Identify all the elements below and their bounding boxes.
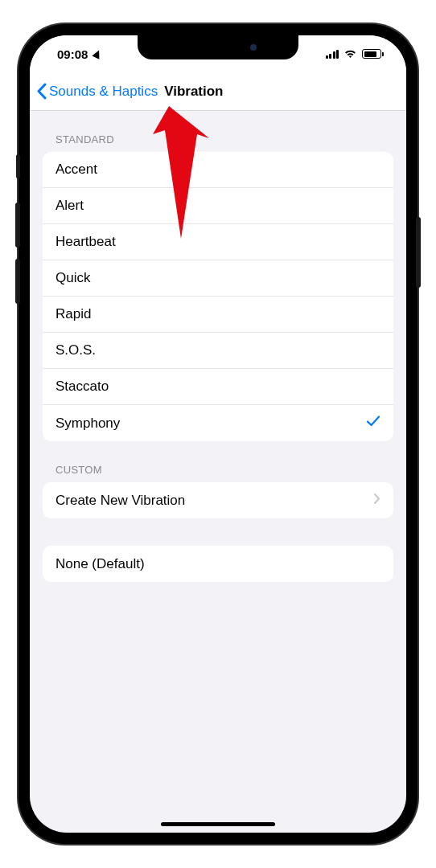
wifi-icon [343,49,357,59]
row-label: Create New Vibration [56,493,185,509]
row-label: Staccato [56,379,109,395]
back-label: Sounds & Haptics [49,84,158,100]
vibration-option-symphony[interactable]: Symphony [43,405,393,441]
create-new-vibration[interactable]: Create New Vibration [43,482,393,518]
vibration-option-quick[interactable]: Quick [43,260,393,297]
screen: 09:08 Sounds & Haptics V [30,35,406,833]
row-label: Symphony [56,416,120,432]
location-icon [93,48,103,59]
group-custom: Create New Vibration [43,482,393,518]
chevron-right-icon [373,493,380,509]
vibration-option-alert[interactable]: Alert [43,188,393,224]
row-label: S.O.S. [56,342,96,358]
nav-bar: Sounds & Haptics Vibration [30,72,406,111]
vibration-option-rapid[interactable]: Rapid [43,297,393,333]
back-button[interactable]: Sounds & Haptics [36,83,158,100]
vibration-option-heartbeat[interactable]: Heartbeat [43,224,393,260]
volume-up-button[interactable] [15,203,20,248]
vibration-option-none[interactable]: None (Default) [43,546,393,582]
row-label: Heartbeat [56,234,116,250]
section-header-standard: STANDARD [30,111,406,152]
vibration-option-staccato[interactable]: Staccato [43,369,393,405]
group-none: None (Default) [43,546,393,582]
cellular-signal-icon [326,50,339,59]
power-button[interactable] [416,217,421,288]
vibration-option-accent[interactable]: Accent [43,152,393,188]
section-header-custom: CUSTOM [30,441,406,482]
notch [138,35,298,59]
checkmark-icon [366,415,380,432]
row-label: Alert [56,198,84,214]
vibration-option-sos[interactable]: S.O.S. [43,333,393,369]
page-title: Vibration [164,84,223,100]
group-standard: Accent Alert Heartbeat Quick Rapid S.O.S… [43,152,393,441]
status-time: 09:08 [57,47,88,61]
row-label: Accent [56,162,97,178]
content[interactable]: STANDARD Accent Alert Heartbeat Quick Ra… [30,111,406,833]
phone-frame: 09:08 Sounds & Haptics V [19,24,417,844]
battery-icon [362,49,384,59]
row-label: Rapid [56,306,91,322]
home-indicator[interactable] [161,822,275,826]
volume-down-button[interactable] [15,259,20,304]
mute-switch[interactable] [16,154,20,178]
row-label: Quick [56,270,90,286]
row-label: None (Default) [56,556,145,572]
